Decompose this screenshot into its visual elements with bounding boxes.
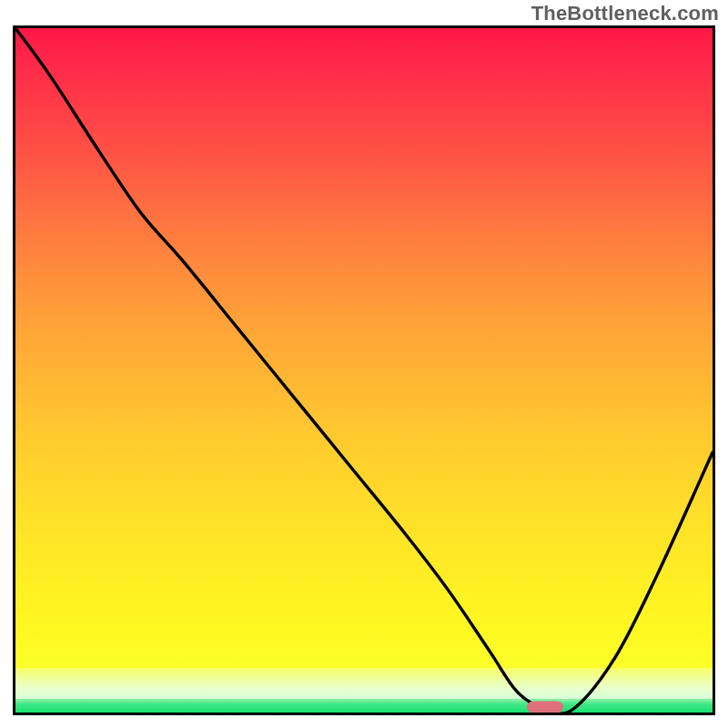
bottleneck-curve [15,28,713,713]
optimum-marker [527,701,563,713]
chart-area [13,25,715,715]
watermark-text: TheBottleneck.com [531,2,719,25]
